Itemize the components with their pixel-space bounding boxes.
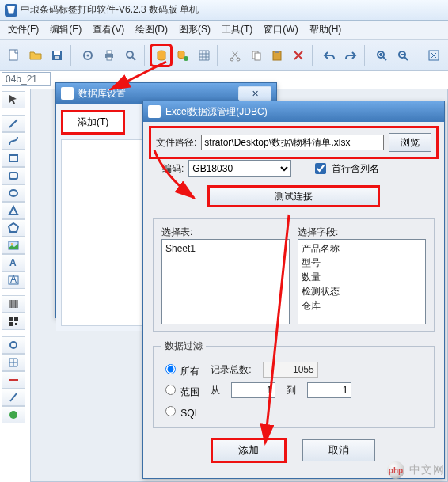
encoding-label: 编码: [162, 162, 184, 176]
svg-rect-7 [107, 51, 112, 54]
db-window-title: 数据库设置 [78, 87, 126, 101]
color-icon[interactable] [2, 406, 25, 423]
filepath-label: 文件路径: [156, 136, 196, 150]
menu-help[interactable]: 帮助(H) [305, 21, 347, 38]
preview-icon[interactable] [121, 45, 141, 66]
svg-text:A: A [9, 257, 17, 268]
rect-icon[interactable] [2, 150, 25, 167]
toolbar-sep [364, 45, 369, 66]
svg-rect-3 [55, 56, 59, 59]
firstrow-label: 首行含列名 [332, 162, 379, 176]
polygon-icon[interactable] [2, 219, 25, 237]
grid-icon[interactable] [194, 45, 214, 66]
record-total-label: 记录总数: [211, 363, 251, 377]
app-titlebar: 中琅条码标签打印软件-V6.2.3 数码版 单机 [0, 0, 448, 21]
menu-shape[interactable]: 图形(S) [174, 21, 215, 38]
ellipse-icon[interactable] [2, 184, 25, 202]
filter-legend: 数据过滤 [161, 340, 206, 353]
toolbar-sep [217, 45, 222, 66]
print-icon[interactable] [100, 45, 120, 66]
firstrow-checkbox[interactable]: 首行含列名 [312, 161, 379, 176]
toolbar-sep [312, 45, 317, 66]
list-item[interactable]: Sheet1 [165, 241, 286, 256]
barcode-icon[interactable] [2, 295, 25, 313]
excel-dialog-titlebar[interactable]: Excel数据源管理(JDBC) [143, 101, 444, 122]
save-icon[interactable] [47, 45, 67, 66]
grid-tool-icon[interactable] [2, 354, 25, 371]
document-tab[interactable]: 04b_21 [2, 72, 51, 86]
svg-point-5 [87, 54, 89, 56]
select-fields-label: 选择字段: [298, 226, 426, 239]
roundrect-icon[interactable] [2, 167, 25, 184]
list-item[interactable]: 型号 [302, 256, 422, 270]
copy-icon[interactable] [246, 45, 266, 66]
new-icon[interactable] [5, 45, 25, 66]
text-icon[interactable]: A [2, 254, 25, 271]
cancel-button[interactable]: 取消 [302, 439, 375, 461]
cut-icon[interactable] [225, 45, 245, 66]
app-title: 中琅条码标签打印软件-V6.2.3 数码版 单机 [21, 3, 199, 17]
encoding-select[interactable]: GB18030 [188, 160, 291, 177]
hline-icon[interactable] [2, 371, 25, 389]
db-window-close-icon[interactable]: ✕ [238, 86, 271, 101]
gear-icon[interactable] [78, 45, 98, 66]
vline-icon[interactable] [2, 389, 25, 406]
circle-tool-icon[interactable] [2, 336, 25, 354]
triangle-icon[interactable] [2, 202, 25, 219]
filepath-input[interactable] [201, 135, 384, 150]
database-link-icon[interactable] [173, 45, 192, 66]
select-table-label: 选择表: [161, 226, 290, 239]
watermark-text: 中文网 [409, 463, 445, 477]
svg-rect-33 [15, 323, 17, 325]
svg-rect-30 [9, 317, 13, 321]
to-label: 到 [287, 384, 296, 397]
list-item[interactable]: 数量 [302, 270, 422, 284]
excel-dialog-title: Excel数据源管理(JDBC) [165, 105, 268, 119]
fit-icon[interactable] [423, 45, 443, 66]
menu-file[interactable]: 文件(F) [3, 21, 44, 38]
delete-icon[interactable] [289, 45, 309, 66]
list-item[interactable]: 产品名称 [302, 241, 422, 256]
svg-point-12 [184, 56, 188, 61]
list-item[interactable]: 仓库 [302, 298, 422, 313]
toolbar-sep [416, 45, 420, 66]
sheet-listbox[interactable]: Sheet1 [161, 239, 290, 324]
tool-palette: A A [2, 91, 27, 423]
undo-icon[interactable] [320, 45, 340, 66]
fields-listbox[interactable]: 产品名称 型号 数量 检测状态 仓库 [298, 239, 426, 324]
menubar: 文件(F) 编辑(E) 查看(V) 绘图(D) 图形(S) 工具(T) 窗口(W… [0, 21, 448, 40]
svg-point-26 [11, 243, 13, 245]
radio-range[interactable]: 范围 [161, 382, 199, 399]
range-from-input[interactable] [231, 382, 275, 398]
open-icon[interactable] [26, 45, 46, 66]
database-icon[interactable] [151, 45, 171, 66]
paste-icon[interactable] [268, 45, 287, 66]
menu-tools[interactable]: 工具(T) [217, 21, 257, 38]
range-to-input[interactable] [307, 382, 351, 398]
db-tab-add[interactable]: 添加(T) [61, 110, 125, 135]
redo-icon[interactable] [341, 45, 361, 66]
qrcode-icon[interactable] [2, 313, 25, 330]
pointer-icon[interactable] [2, 91, 25, 108]
svg-text:A: A [10, 275, 17, 285]
line-icon[interactable] [2, 115, 25, 132]
svg-point-9 [127, 51, 133, 58]
firstrow-check-input[interactable] [315, 163, 326, 174]
image-icon[interactable] [2, 237, 25, 254]
menu-edit[interactable]: 编辑(E) [45, 21, 86, 38]
menu-view[interactable]: 查看(V) [88, 21, 129, 38]
watermark: php 中文网 [387, 461, 445, 479]
richtext-icon[interactable]: A [2, 271, 25, 289]
list-item[interactable]: 检测状态 [302, 284, 422, 298]
radio-sql[interactable]: SQL [161, 404, 199, 419]
radio-all[interactable]: 所有 [161, 362, 199, 378]
zoom-in-icon[interactable] [371, 45, 391, 66]
menu-window[interactable]: 窗口(W) [259, 21, 302, 38]
test-connection-button[interactable]: 测试连接 [209, 187, 378, 206]
zoom-out-icon[interactable] [393, 45, 412, 66]
browse-button[interactable]: 浏览 [389, 133, 431, 152]
menu-draw[interactable]: 绘图(D) [131, 21, 173, 38]
curve-icon[interactable] [2, 132, 25, 150]
add-button[interactable]: 添加 [212, 439, 285, 461]
watermark-logo: php [387, 461, 404, 479]
